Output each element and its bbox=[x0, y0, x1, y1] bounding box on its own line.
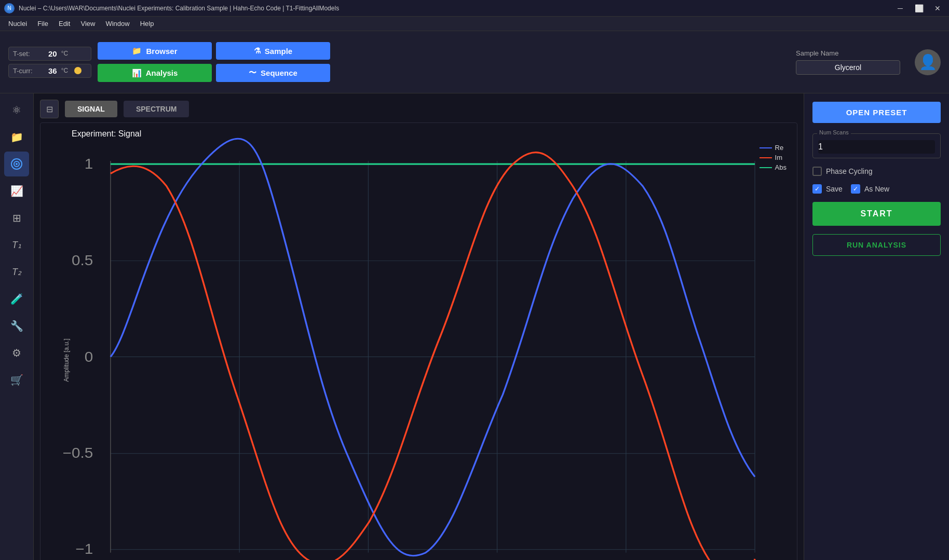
menu-file[interactable]: File bbox=[33, 18, 52, 29]
phase-cycling-checkbox[interactable] bbox=[812, 167, 822, 176]
save-checkbox[interactable] bbox=[812, 184, 822, 194]
temp-curr-unit: °C bbox=[61, 67, 68, 74]
temp-set-unit: °C bbox=[61, 50, 68, 57]
tab-signal[interactable]: SIGNAL bbox=[65, 101, 117, 117]
as-new-label: As New bbox=[864, 185, 889, 193]
sample-name-area: Sample Name bbox=[796, 49, 900, 75]
sidebar-item-experiment[interactable]: 🧪 bbox=[4, 286, 29, 311]
as-new-checkbox[interactable] bbox=[851, 184, 860, 194]
menu-window[interactable]: Window bbox=[101, 18, 133, 29]
toolbar-buttons: 📁 Browser ⚗ Sample 📊 Analysis 〜 Sequence bbox=[98, 42, 330, 82]
app-layout: ⚛ 📁 📈 ⊞ T₁ T₂ 🧪 🔧 ⚙ 🛒 ? ⊟ SIGNAL SPECTRU… bbox=[0, 93, 949, 560]
beaker-icon: ⚗ bbox=[254, 46, 261, 56]
collapse-button[interactable]: ⊟ bbox=[40, 100, 59, 118]
sequence-button[interactable]: 〜 Sequence bbox=[216, 64, 330, 82]
analysis-button[interactable]: 📊 Analysis bbox=[98, 64, 212, 82]
sidebar-item-signal[interactable] bbox=[4, 152, 29, 176]
minimize-button[interactable]: ─ bbox=[893, 3, 907, 14]
toolbar-row-1: 📁 Browser ⚗ Sample bbox=[98, 42, 330, 60]
sample-button[interactable]: ⚗ Sample bbox=[216, 42, 330, 60]
window-title: Nuclei – C:\Users\WAR\Documents\Nuclei E… bbox=[19, 5, 893, 12]
tab-spectrum[interactable]: SPECTRUM bbox=[124, 101, 189, 117]
main-panel: ⊟ SIGNAL SPECTRUM Experiment: Signal Re … bbox=[34, 93, 804, 560]
ytick-m1: −1 bbox=[75, 541, 93, 557]
sample-name-input[interactable] bbox=[796, 60, 900, 75]
ytick-05: 0.5 bbox=[72, 252, 93, 268]
menu-view[interactable]: View bbox=[76, 18, 99, 29]
temperature-section: T-set: 20 °C T-curr: 36 °C bbox=[8, 47, 91, 78]
sidebar-item-device[interactable]: 🔧 bbox=[4, 313, 29, 338]
panel-top-row: ⊟ SIGNAL SPECTRUM bbox=[40, 100, 797, 118]
toolbar-row-2: 📊 Analysis 〜 Sequence bbox=[98, 64, 330, 82]
sidebar-item-t1[interactable]: T₁ bbox=[4, 233, 29, 257]
temp-set-label: T-set: bbox=[13, 50, 44, 58]
temp-set-row: T-set: 20 °C bbox=[8, 47, 91, 61]
content-area: ⊟ SIGNAL SPECTRUM Experiment: Signal Re … bbox=[34, 93, 949, 560]
save-checkbox-row: Save bbox=[812, 184, 843, 194]
sidebar-item-stroller[interactable]: 🛒 bbox=[4, 367, 29, 392]
sidebar-item-atom[interactable]: ⚛ bbox=[4, 98, 29, 122]
chart-svg: .grid-line { stroke: #2a3a4a; stroke-wid… bbox=[40, 123, 797, 560]
menu-bar: Nuclei File Edit View Window Help bbox=[0, 17, 949, 31]
browser-btn-label: Browser bbox=[146, 47, 177, 56]
menu-help[interactable]: Help bbox=[136, 18, 158, 29]
num-scans-label: Num Scans bbox=[817, 129, 851, 135]
temp-indicator bbox=[74, 67, 82, 74]
sidebar: ⚛ 📁 📈 ⊞ T₁ T₂ 🧪 🔧 ⚙ 🛒 ? bbox=[0, 93, 34, 560]
menu-edit[interactable]: Edit bbox=[55, 18, 74, 29]
sidebar-item-settings[interactable]: ⚙ bbox=[4, 340, 29, 365]
temp-curr-value: 36 bbox=[48, 66, 57, 75]
menu-nuclei[interactable]: Nuclei bbox=[4, 18, 31, 29]
temp-set-value: 20 bbox=[48, 49, 57, 58]
temp-curr-row: T-curr: 36 °C bbox=[8, 64, 91, 78]
close-button[interactable]: ✕ bbox=[930, 3, 945, 14]
open-preset-button[interactable]: OPEN PRESET bbox=[812, 102, 941, 123]
folder-btn-icon: 📁 bbox=[132, 46, 142, 56]
re-curve bbox=[111, 139, 755, 556]
sidebar-item-chart[interactable]: 📈 bbox=[4, 179, 29, 203]
start-button[interactable]: START bbox=[812, 202, 941, 226]
sidebar-item-grid[interactable]: ⊞ bbox=[4, 206, 29, 230]
title-bar: N Nuclei – C:\Users\WAR\Documents\Nuclei… bbox=[0, 0, 949, 17]
sample-btn-label: Sample bbox=[265, 47, 292, 56]
wave-icon: 〜 bbox=[249, 68, 256, 78]
ytick-m05: −0.5 bbox=[63, 445, 93, 461]
window-controls: ─ ⬜ ✕ bbox=[893, 3, 945, 14]
avatar[interactable]: 👤 bbox=[915, 49, 941, 75]
phase-cycling-label: Phase Cycling bbox=[826, 167, 873, 175]
num-scans-group: Num Scans bbox=[812, 133, 941, 158]
app-icon: N bbox=[4, 3, 15, 13]
sequence-btn-label: Sequence bbox=[261, 69, 297, 77]
svg-point-2 bbox=[16, 163, 18, 165]
ytick-1: 1 bbox=[85, 156, 93, 171]
maximize-button[interactable]: ⬜ bbox=[912, 3, 926, 14]
sidebar-item-folder[interactable]: 📁 bbox=[4, 125, 29, 149]
save-row: Save As New bbox=[812, 184, 941, 194]
sidebar-item-t2[interactable]: T₂ bbox=[4, 259, 29, 284]
signal-icon bbox=[10, 157, 23, 171]
analysis-btn-label: Analysis bbox=[146, 69, 178, 77]
browser-button[interactable]: 📁 Browser bbox=[98, 42, 212, 60]
chart-btn-icon: 📊 bbox=[132, 69, 142, 78]
temp-curr-label: T-curr: bbox=[13, 67, 44, 75]
right-panel: OPEN PRESET Num Scans Phase Cycling Save bbox=[804, 93, 949, 560]
phase-cycling-row: Phase Cycling bbox=[812, 167, 941, 176]
top-toolbar: T-set: 20 °C T-curr: 36 °C 📁 Browser ⚗ S… bbox=[0, 31, 949, 93]
save-label: Save bbox=[826, 185, 843, 193]
as-new-checkbox-row: As New bbox=[851, 184, 889, 194]
ytick-0: 0 bbox=[85, 349, 93, 365]
num-scans-input[interactable] bbox=[818, 140, 935, 154]
chart-container: Experiment: Signal Re Im Abs bbox=[40, 122, 797, 560]
run-analysis-button[interactable]: RUN ANALYSIS bbox=[812, 234, 941, 256]
sample-name-label: Sample Name bbox=[796, 49, 838, 57]
